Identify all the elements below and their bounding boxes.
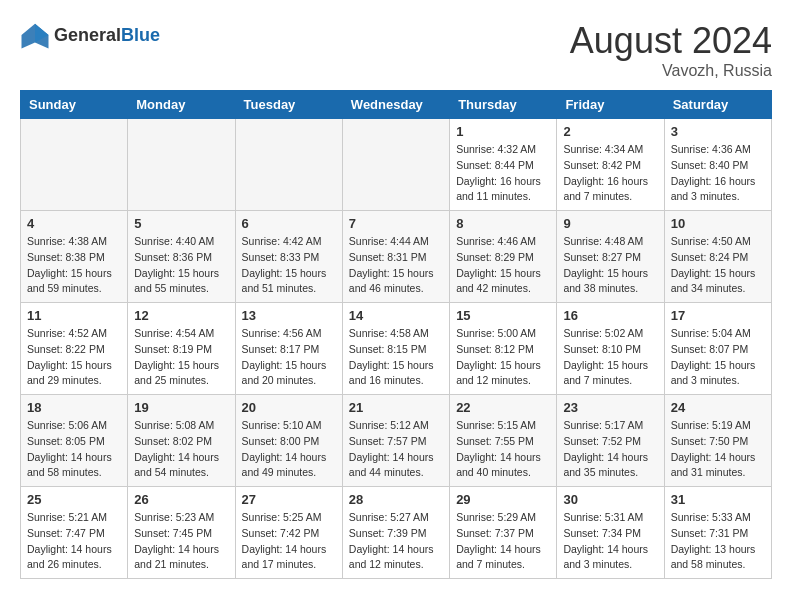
table-row: 6Sunrise: 4:42 AMSunset: 8:33 PMDaylight…: [235, 211, 342, 303]
day-info: Sunrise: 4:44 AMSunset: 8:31 PMDaylight:…: [349, 235, 434, 294]
table-row: 31Sunrise: 5:33 AMSunset: 7:31 PMDayligh…: [664, 487, 771, 579]
calendar-week-row: 18Sunrise: 5:06 AMSunset: 8:05 PMDayligh…: [21, 395, 772, 487]
day-info: Sunrise: 5:17 AMSunset: 7:52 PMDaylight:…: [563, 419, 648, 478]
day-info: Sunrise: 4:46 AMSunset: 8:29 PMDaylight:…: [456, 235, 541, 294]
table-row: 1Sunrise: 4:32 AMSunset: 8:44 PMDaylight…: [450, 119, 557, 211]
table-row: 28Sunrise: 5:27 AMSunset: 7:39 PMDayligh…: [342, 487, 449, 579]
day-info: Sunrise: 4:58 AMSunset: 8:15 PMDaylight:…: [349, 327, 434, 386]
day-info: Sunrise: 5:10 AMSunset: 8:00 PMDaylight:…: [242, 419, 327, 478]
table-row: 26Sunrise: 5:23 AMSunset: 7:45 PMDayligh…: [128, 487, 235, 579]
col-saturday: Saturday: [664, 91, 771, 119]
location: Vavozh, Russia: [570, 62, 772, 80]
day-info: Sunrise: 4:36 AMSunset: 8:40 PMDaylight:…: [671, 143, 756, 202]
logo-blue: Blue: [121, 25, 160, 45]
day-number: 8: [456, 216, 550, 231]
table-row: [21, 119, 128, 211]
table-row: 18Sunrise: 5:06 AMSunset: 8:05 PMDayligh…: [21, 395, 128, 487]
day-info: Sunrise: 5:08 AMSunset: 8:02 PMDaylight:…: [134, 419, 219, 478]
day-info: Sunrise: 5:19 AMSunset: 7:50 PMDaylight:…: [671, 419, 756, 478]
table-row: 24Sunrise: 5:19 AMSunset: 7:50 PMDayligh…: [664, 395, 771, 487]
day-info: Sunrise: 4:40 AMSunset: 8:36 PMDaylight:…: [134, 235, 219, 294]
day-info: Sunrise: 5:27 AMSunset: 7:39 PMDaylight:…: [349, 511, 434, 570]
month-title: August 2024: [570, 20, 772, 62]
day-number: 31: [671, 492, 765, 507]
calendar-week-row: 1Sunrise: 4:32 AMSunset: 8:44 PMDaylight…: [21, 119, 772, 211]
table-row: 14Sunrise: 4:58 AMSunset: 8:15 PMDayligh…: [342, 303, 449, 395]
day-info: Sunrise: 4:56 AMSunset: 8:17 PMDaylight:…: [242, 327, 327, 386]
table-row: 8Sunrise: 4:46 AMSunset: 8:29 PMDaylight…: [450, 211, 557, 303]
day-info: Sunrise: 4:42 AMSunset: 8:33 PMDaylight:…: [242, 235, 327, 294]
table-row: 16Sunrise: 5:02 AMSunset: 8:10 PMDayligh…: [557, 303, 664, 395]
day-number: 16: [563, 308, 657, 323]
day-number: 9: [563, 216, 657, 231]
col-friday: Friday: [557, 91, 664, 119]
logo: GeneralBlue: [20, 20, 160, 50]
table-row: 15Sunrise: 5:00 AMSunset: 8:12 PMDayligh…: [450, 303, 557, 395]
table-row: 29Sunrise: 5:29 AMSunset: 7:37 PMDayligh…: [450, 487, 557, 579]
day-number: 11: [27, 308, 121, 323]
day-info: Sunrise: 4:52 AMSunset: 8:22 PMDaylight:…: [27, 327, 112, 386]
day-info: Sunrise: 5:21 AMSunset: 7:47 PMDaylight:…: [27, 511, 112, 570]
day-number: 2: [563, 124, 657, 139]
table-row: 12Sunrise: 4:54 AMSunset: 8:19 PMDayligh…: [128, 303, 235, 395]
table-row: [235, 119, 342, 211]
day-info: Sunrise: 4:48 AMSunset: 8:27 PMDaylight:…: [563, 235, 648, 294]
day-info: Sunrise: 5:23 AMSunset: 7:45 PMDaylight:…: [134, 511, 219, 570]
table-row: 25Sunrise: 5:21 AMSunset: 7:47 PMDayligh…: [21, 487, 128, 579]
day-number: 24: [671, 400, 765, 415]
day-number: 5: [134, 216, 228, 231]
day-number: 18: [27, 400, 121, 415]
day-info: Sunrise: 5:31 AMSunset: 7:34 PMDaylight:…: [563, 511, 648, 570]
day-number: 22: [456, 400, 550, 415]
day-number: 6: [242, 216, 336, 231]
table-row: 10Sunrise: 4:50 AMSunset: 8:24 PMDayligh…: [664, 211, 771, 303]
table-row: 3Sunrise: 4:36 AMSunset: 8:40 PMDaylight…: [664, 119, 771, 211]
table-row: 13Sunrise: 4:56 AMSunset: 8:17 PMDayligh…: [235, 303, 342, 395]
day-info: Sunrise: 5:15 AMSunset: 7:55 PMDaylight:…: [456, 419, 541, 478]
table-row: 22Sunrise: 5:15 AMSunset: 7:55 PMDayligh…: [450, 395, 557, 487]
day-number: 1: [456, 124, 550, 139]
day-info: Sunrise: 5:33 AMSunset: 7:31 PMDaylight:…: [671, 511, 756, 570]
day-info: Sunrise: 4:34 AMSunset: 8:42 PMDaylight:…: [563, 143, 648, 202]
day-info: Sunrise: 4:50 AMSunset: 8:24 PMDaylight:…: [671, 235, 756, 294]
day-info: Sunrise: 5:29 AMSunset: 7:37 PMDaylight:…: [456, 511, 541, 570]
table-row: 5Sunrise: 4:40 AMSunset: 8:36 PMDaylight…: [128, 211, 235, 303]
col-tuesday: Tuesday: [235, 91, 342, 119]
day-number: 20: [242, 400, 336, 415]
day-number: 26: [134, 492, 228, 507]
day-number: 7: [349, 216, 443, 231]
table-row: 19Sunrise: 5:08 AMSunset: 8:02 PMDayligh…: [128, 395, 235, 487]
table-row: 21Sunrise: 5:12 AMSunset: 7:57 PMDayligh…: [342, 395, 449, 487]
table-row: [128, 119, 235, 211]
day-number: 17: [671, 308, 765, 323]
table-row: 20Sunrise: 5:10 AMSunset: 8:00 PMDayligh…: [235, 395, 342, 487]
col-sunday: Sunday: [21, 91, 128, 119]
day-number: 13: [242, 308, 336, 323]
day-info: Sunrise: 5:25 AMSunset: 7:42 PMDaylight:…: [242, 511, 327, 570]
day-number: 19: [134, 400, 228, 415]
day-number: 15: [456, 308, 550, 323]
page-header: GeneralBlue August 2024 Vavozh, Russia: [20, 20, 772, 80]
col-thursday: Thursday: [450, 91, 557, 119]
calendar-week-row: 4Sunrise: 4:38 AMSunset: 8:38 PMDaylight…: [21, 211, 772, 303]
calendar-week-row: 11Sunrise: 4:52 AMSunset: 8:22 PMDayligh…: [21, 303, 772, 395]
table-row: 17Sunrise: 5:04 AMSunset: 8:07 PMDayligh…: [664, 303, 771, 395]
day-info: Sunrise: 5:12 AMSunset: 7:57 PMDaylight:…: [349, 419, 434, 478]
calendar-header-row: Sunday Monday Tuesday Wednesday Thursday…: [21, 91, 772, 119]
day-info: Sunrise: 5:04 AMSunset: 8:07 PMDaylight:…: [671, 327, 756, 386]
calendar-table: Sunday Monday Tuesday Wednesday Thursday…: [20, 90, 772, 579]
col-wednesday: Wednesday: [342, 91, 449, 119]
table-row: 2Sunrise: 4:34 AMSunset: 8:42 PMDaylight…: [557, 119, 664, 211]
day-info: Sunrise: 5:06 AMSunset: 8:05 PMDaylight:…: [27, 419, 112, 478]
day-number: 4: [27, 216, 121, 231]
logo-text: GeneralBlue: [54, 25, 160, 46]
table-row: 11Sunrise: 4:52 AMSunset: 8:22 PMDayligh…: [21, 303, 128, 395]
day-number: 30: [563, 492, 657, 507]
day-number: 29: [456, 492, 550, 507]
day-info: Sunrise: 5:02 AMSunset: 8:10 PMDaylight:…: [563, 327, 648, 386]
day-number: 27: [242, 492, 336, 507]
day-number: 14: [349, 308, 443, 323]
table-row: 27Sunrise: 5:25 AMSunset: 7:42 PMDayligh…: [235, 487, 342, 579]
day-number: 23: [563, 400, 657, 415]
table-row: 30Sunrise: 5:31 AMSunset: 7:34 PMDayligh…: [557, 487, 664, 579]
